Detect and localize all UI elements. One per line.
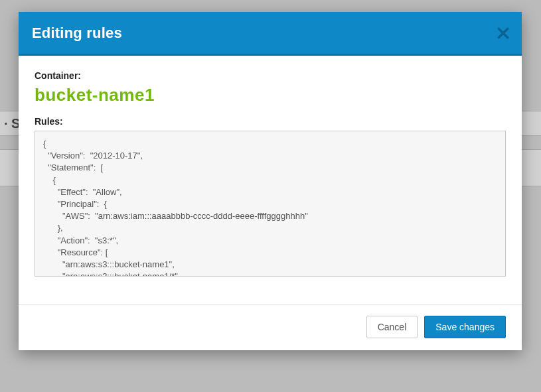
container-name: bucket-name1 bbox=[35, 85, 506, 105]
close-button[interactable] bbox=[494, 24, 512, 42]
save-changes-button[interactable]: Save changes bbox=[424, 316, 506, 338]
modal-body: Container: bucket-name1 Rules: bbox=[19, 56, 522, 282]
cancel-button[interactable]: Cancel bbox=[366, 316, 418, 338]
modal-footer: Cancel Save changes bbox=[19, 304, 522, 350]
modal-title: Editing rules bbox=[32, 25, 122, 42]
editing-rules-modal: Editing rules Container: bucket-name1 Ru… bbox=[19, 12, 522, 350]
rules-textarea[interactable] bbox=[35, 131, 506, 277]
container-label: Container: bbox=[35, 70, 506, 81]
close-icon bbox=[497, 27, 509, 39]
rules-label: Rules: bbox=[35, 116, 506, 127]
modal-header: Editing rules bbox=[19, 12, 522, 56]
